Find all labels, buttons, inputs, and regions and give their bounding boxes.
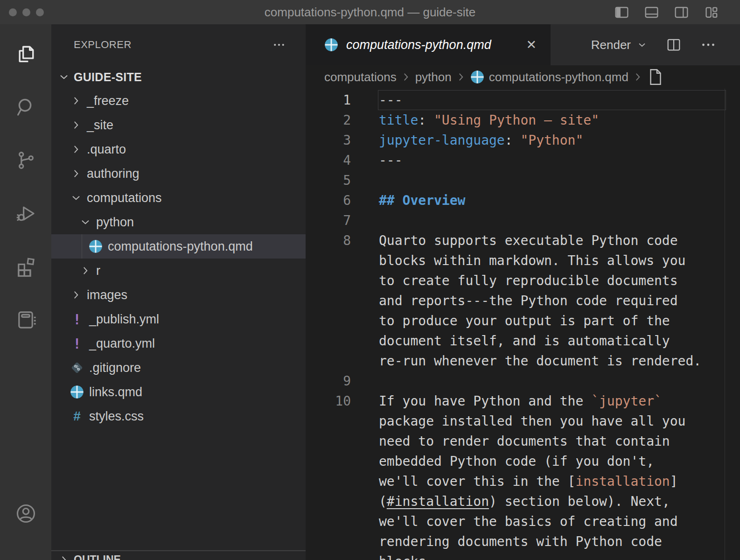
code-row[interactable]: 3jupyter-language: "Python" bbox=[306, 130, 740, 150]
code-line: package installed then you have all you bbox=[378, 411, 685, 431]
code-row[interactable]: 7 bbox=[306, 210, 740, 231]
outline-label: OUTLINE bbox=[74, 553, 121, 560]
activity-item-quarto-assist[interactable] bbox=[0, 298, 51, 341]
code-row[interactable]: 9 bbox=[306, 371, 740, 391]
render-label: Render bbox=[591, 38, 631, 52]
tree-item-images[interactable]: images bbox=[51, 283, 306, 307]
line-number: 5 bbox=[306, 170, 378, 190]
tree-item--freeze[interactable]: _freeze bbox=[51, 89, 306, 113]
code-row[interactable]: 1--- bbox=[306, 90, 740, 110]
close-tab-icon[interactable]: ✕ bbox=[524, 37, 538, 53]
code-line bbox=[378, 371, 379, 391]
tree-item-label: computations-python.qmd bbox=[108, 239, 253, 254]
code-row[interactable]: (#installation) section below). Next, bbox=[306, 491, 740, 511]
code-row[interactable]: embedded Python code (if you don't, bbox=[306, 451, 740, 471]
code-row[interactable]: 6## Overview bbox=[306, 190, 740, 210]
code-row[interactable]: and reports---the Python code required bbox=[306, 291, 740, 311]
zoom-window-button[interactable] bbox=[36, 8, 44, 16]
code-row[interactable]: to produce your output is part of the bbox=[306, 311, 740, 331]
outline-section[interactable]: OUTLINE bbox=[51, 550, 306, 560]
code-row[interactable]: 5 bbox=[306, 170, 740, 190]
code-line: --- bbox=[378, 150, 403, 170]
explorer-more-actions-button[interactable] bbox=[272, 38, 286, 52]
toggle-secondary-sidebar-icon[interactable] bbox=[673, 4, 690, 21]
code-row[interactable]: re-run whenever the document is rendered… bbox=[306, 351, 740, 371]
code-row[interactable]: we'll cover the basics of creating and bbox=[306, 511, 740, 532]
code-line: need to render documents that contain bbox=[378, 431, 670, 451]
code-editor[interactable]: 1---2title: "Using Python — site"3jupyte… bbox=[306, 89, 740, 560]
chevron-right-icon bbox=[70, 143, 82, 155]
line-number bbox=[306, 511, 378, 532]
chevron-right-icon bbox=[70, 119, 82, 131]
workspace-root-row[interactable]: GUIDE-SITE bbox=[51, 65, 306, 89]
minimize-window-button[interactable] bbox=[22, 8, 30, 16]
activity-item-explorer[interactable] bbox=[0, 32, 51, 75]
activity-item-accounts[interactable] bbox=[0, 492, 51, 535]
toggle-panel-icon[interactable] bbox=[643, 4, 660, 21]
vscode-window: computations-python.qmd — guide-site bbox=[0, 0, 740, 560]
code-row[interactable]: blocks. bbox=[306, 552, 740, 560]
tree-item-links-qmd[interactable]: links.qmd bbox=[51, 380, 306, 404]
tree-item-authoring[interactable]: authoring bbox=[51, 161, 306, 186]
code-row[interactable]: package installed then you have all you bbox=[306, 411, 740, 431]
tree-item-label: _quarto.yml bbox=[89, 336, 155, 351]
workspace-root-label: GUIDE-SITE bbox=[74, 70, 142, 84]
activity-item-source-control[interactable] bbox=[0, 139, 51, 182]
tree-item-styles-css[interactable]: #styles.css bbox=[51, 404, 306, 428]
line-number: 10 bbox=[306, 391, 378, 411]
tree-item--gitignore[interactable]: .gitignore bbox=[51, 356, 306, 380]
breadcrumb-item-symbol[interactable] bbox=[647, 68, 669, 86]
tree-item-label: authoring bbox=[87, 167, 140, 181]
line-number bbox=[306, 351, 378, 371]
tab-bar: computations-python.qmd ✕ Render bbox=[306, 24, 740, 65]
tree-item-label: r bbox=[96, 264, 100, 278]
code-line: ## Overview bbox=[378, 190, 465, 210]
activity-item-search[interactable] bbox=[0, 85, 51, 128]
render-button[interactable]: Render bbox=[591, 38, 648, 52]
tree-item--site[interactable]: _site bbox=[51, 113, 306, 137]
code-row[interactable]: 4--- bbox=[306, 150, 740, 170]
code-row[interactable]: need to render documents that contain bbox=[306, 431, 740, 451]
tree-item-python[interactable]: python bbox=[51, 210, 306, 234]
code-row[interactable]: to create fully reproducible documents bbox=[306, 271, 740, 291]
chevron-right-icon bbox=[70, 95, 82, 107]
breadcrumb-item-python[interactable]: python bbox=[415, 70, 452, 84]
layout-controls bbox=[614, 4, 740, 21]
code-row[interactable]: 10If you have Python and the `jupyter` bbox=[306, 391, 740, 411]
editor-more-actions-button[interactable] bbox=[700, 36, 717, 53]
code-row[interactable]: 8Quarto supports executable Python code bbox=[306, 231, 740, 251]
quarto-icon bbox=[324, 38, 338, 52]
activity-item-extensions[interactable] bbox=[0, 245, 51, 288]
tree-item--quarto-yml[interactable]: !_quarto.yml bbox=[51, 331, 306, 356]
chevron-right-icon bbox=[632, 71, 644, 83]
code-row[interactable]: document itself, and is automatically bbox=[306, 331, 740, 351]
code-line: title: "Using Python — site" bbox=[378, 110, 599, 130]
code-row[interactable]: 2title: "Using Python — site" bbox=[306, 110, 740, 130]
tree-item-label: links.qmd bbox=[89, 385, 142, 399]
split-editor-button[interactable] bbox=[665, 36, 682, 53]
breadcrumb-item-computations[interactable]: computations bbox=[324, 70, 397, 84]
tree-item-r[interactable]: r bbox=[51, 259, 306, 283]
code-row[interactable]: rendering documents with Python code bbox=[306, 532, 740, 552]
code-line: re-run whenever the document is rendered… bbox=[378, 351, 701, 371]
tree-item--publish-yml[interactable]: !_publish.yml bbox=[51, 307, 306, 331]
toggle-primary-sidebar-icon[interactable] bbox=[614, 4, 630, 21]
code-row[interactable]: we'll cover this in the [installation] bbox=[306, 471, 740, 491]
close-window-button[interactable] bbox=[9, 8, 17, 16]
code-row[interactable]: blocks within markdown. This allows you bbox=[306, 251, 740, 271]
ellipsis-icon bbox=[272, 38, 286, 52]
tree-item-computations[interactable]: computations bbox=[51, 186, 306, 210]
chevron-right-icon bbox=[58, 554, 70, 560]
tree-item--quarto[interactable]: .quarto bbox=[51, 137, 306, 161]
line-number bbox=[306, 331, 378, 351]
search-icon bbox=[15, 96, 37, 118]
line-number bbox=[306, 251, 378, 271]
yaml-icon: ! bbox=[70, 312, 84, 326]
customize-layout-icon[interactable] bbox=[703, 4, 719, 21]
tab-computations-python[interactable]: computations-python.qmd ✕ bbox=[306, 24, 551, 65]
tree-item-computations-python-qmd[interactable]: computations-python.qmd bbox=[51, 234, 306, 259]
breadcrumb-item-computations-python-qmd[interactable]: computations-python.qmd bbox=[470, 70, 628, 84]
activity-item-run-and-debug[interactable] bbox=[0, 192, 51, 235]
tree-item-label: images bbox=[87, 288, 127, 302]
line-number bbox=[306, 311, 378, 331]
